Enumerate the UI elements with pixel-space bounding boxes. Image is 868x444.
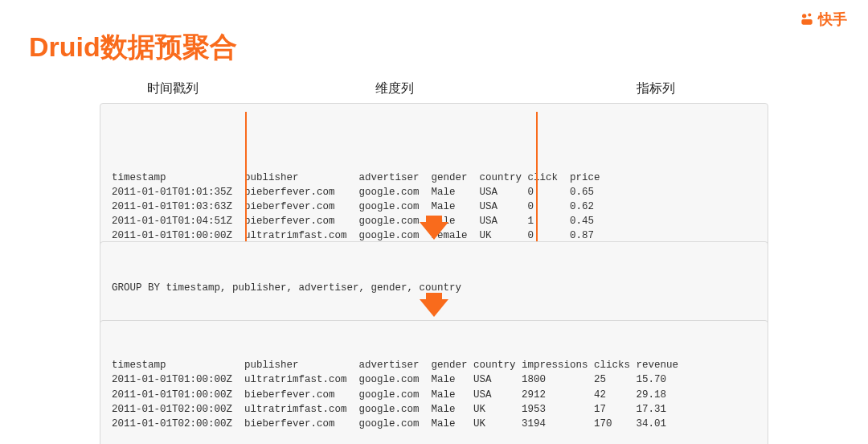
arrow-down-icon [420,222,448,240]
brand-logo: 快手 [799,10,847,29]
column-group-labels: 时间戳列 维度列 指标列 [100,80,768,97]
svg-rect-2 [801,19,812,25]
aggregated-data-box: timestamp publisher advertiser gender co… [100,320,768,444]
aggregated-data-table: timestamp publisher advertiser gender co… [112,358,756,431]
label-dimension-col: 维度列 [246,80,543,97]
arrow-down-icon [420,299,448,317]
label-metric-col: 指标列 [543,80,768,97]
page-title: Druid数据预聚合 [29,29,237,66]
svg-point-1 [808,14,811,17]
kuaishou-icon [799,11,815,27]
label-timestamp-col: 时间戳列 [100,80,246,97]
svg-point-0 [802,14,806,18]
brand-text: 快手 [818,10,847,29]
